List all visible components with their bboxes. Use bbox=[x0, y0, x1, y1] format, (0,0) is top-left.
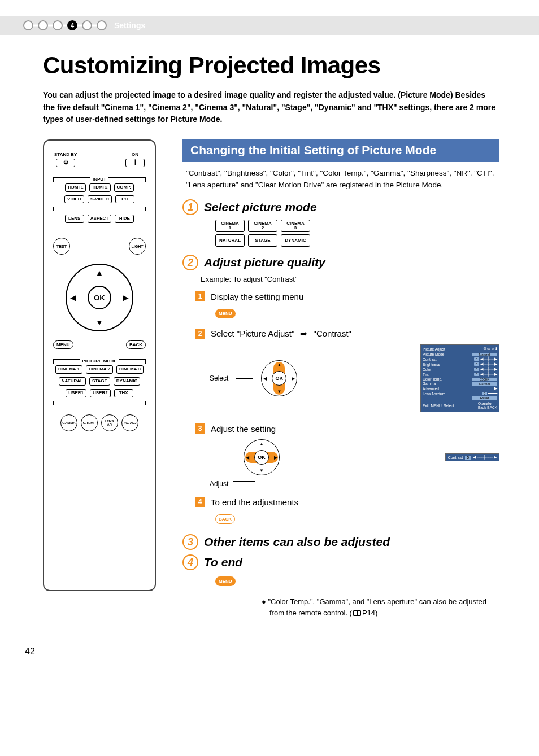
mode-btn-stage: STAGE bbox=[248, 234, 277, 247]
osd-row-brightness: Brightness0 ◀━━╋━━▶ bbox=[423, 362, 497, 366]
back-button: BACK bbox=[126, 340, 146, 349]
svg-point-7 bbox=[97, 21, 106, 30]
step-1-title: Select picture mode bbox=[204, 200, 317, 214]
step-number-4: 4 bbox=[182, 554, 198, 570]
remote-btn-user1: USER1 bbox=[66, 389, 86, 397]
remote-round-c-temp: C.TEMP bbox=[81, 414, 98, 431]
svg-point-2 bbox=[38, 21, 47, 30]
on-button: ┃ bbox=[125, 159, 145, 167]
picture-mode-label: PICTURE MODE bbox=[80, 359, 119, 364]
step-2-example: Example: To adjust "Contrast" bbox=[201, 275, 499, 283]
mode-btn-cinema-1: CINEMA1 bbox=[215, 220, 245, 232]
substep-3: 3 Adjust the setting bbox=[195, 423, 499, 434]
substep-4-text: To end the adjustments bbox=[211, 497, 298, 507]
step-4: 4 To end bbox=[182, 554, 499, 570]
remote-btn-lens: LENS bbox=[65, 215, 84, 223]
remote-btn-cinema-1: CINEMA 1 bbox=[55, 365, 82, 374]
page-title: Customizing Projected Images bbox=[43, 52, 499, 79]
breadcrumb-bar: 4 Settings bbox=[0, 16, 539, 35]
substep-2: 2 Select "Picture Adjust" ➡ "Contrast" bbox=[195, 329, 499, 339]
step-number-1: 1 bbox=[182, 199, 198, 215]
step-number-2: 2 bbox=[182, 255, 198, 270]
remote-btn-stage: STAGE bbox=[89, 377, 110, 386]
left-arrow-icon: ◀ bbox=[70, 293, 76, 302]
substep-3-text: Adjust the setting bbox=[211, 424, 276, 434]
remote-round-lens-ap-: LENS. AP. bbox=[101, 414, 118, 431]
section-heading: Changing the Initial Setting of Picture … bbox=[182, 139, 499, 162]
input-label: INPUT bbox=[90, 177, 108, 182]
mode-btn-dynamic: DYNAMIC bbox=[281, 234, 310, 247]
light-button: LIGHT bbox=[129, 238, 146, 255]
ok-button: OK bbox=[88, 286, 111, 309]
on-label: ON bbox=[125, 152, 145, 157]
section-label: Settings bbox=[114, 21, 145, 30]
remote-btn-s-video: S-VIDEO bbox=[88, 195, 112, 204]
remote-btn-video: VIDEO bbox=[64, 195, 84, 204]
mode-btn-cinema-3: CINEMA3 bbox=[281, 220, 310, 232]
standby-button: ⏻ bbox=[56, 159, 75, 167]
remote-btn-natural: NATURAL bbox=[59, 377, 86, 386]
book-icon bbox=[353, 610, 361, 616]
substep-2-text: Select "Picture Adjust" ➡ "Contrast" bbox=[211, 329, 351, 339]
remote-btn-thx: THX bbox=[114, 389, 133, 397]
step-3-title: Other items can also be adjusted bbox=[204, 535, 390, 549]
step-2-title: Adjust picture quality bbox=[204, 256, 325, 269]
menu-badge: MENU bbox=[215, 309, 236, 318]
remote-btn-hdmi-2: HDMI 2 bbox=[89, 183, 110, 192]
remote-btn-cinema-3: CINEMA 3 bbox=[116, 365, 144, 374]
chapter-chain-icon: 4 bbox=[23, 20, 107, 31]
page-number: 42 bbox=[25, 646, 539, 657]
svg-point-6 bbox=[82, 21, 92, 30]
osd-picture-adjust: Picture Adjust⚙ ▭ ⎚ ℹ Picture ModeNatura… bbox=[420, 344, 499, 412]
standby-label: STAND BY bbox=[54, 152, 77, 157]
step-3: 3 Other items can also be adjusted bbox=[182, 534, 499, 550]
step-2: 2 Adjust picture quality bbox=[182, 255, 499, 270]
osd-row-color: Color0 ◀━━╋━━▶ bbox=[423, 367, 497, 372]
mini-dpad-horiz: ▲▼◀▶ OK bbox=[244, 439, 280, 475]
mode-buttons: CINEMA1CINEMA2CINEMA3 NATURALSTAGEDYNAMI… bbox=[215, 220, 499, 247]
remote-btn-pc: PC bbox=[115, 195, 134, 204]
select-label: Select bbox=[210, 374, 228, 382]
osd-contrast-bar: Contrast 0 ◀ ━━━╋━━━ ▶ bbox=[445, 453, 499, 461]
step-1: 1 Select picture mode bbox=[182, 199, 499, 215]
intro-paragraph: You can adjust the projected image to a … bbox=[43, 89, 499, 126]
mini-dpad-vert: ▲▼◀▶ OK bbox=[261, 360, 297, 396]
remote-btn-hdmi-1: HDMI 1 bbox=[65, 183, 86, 192]
remote-btn-aspect: ASPECT bbox=[88, 215, 111, 223]
footnote: "Color Temp.", "Gamma", and "Lens apertu… bbox=[262, 596, 499, 618]
remote-btn-hide: HIDE bbox=[115, 215, 134, 223]
section-lead: "Contrast", "Brightness", "Color", "Tint… bbox=[186, 168, 496, 191]
down-arrow-icon: ▼ bbox=[95, 318, 103, 327]
substep-1-text: Display the setting menu bbox=[211, 292, 303, 301]
remote-round-pic-adj-: PIC. ADJ. bbox=[121, 414, 138, 431]
test-button: TEST bbox=[53, 238, 70, 255]
remote-btn-dynamic: DYNAMIC bbox=[114, 377, 140, 386]
dpad: ▲ ▼ ◀ ▶ OK bbox=[66, 264, 133, 331]
osd-row-tint: Tint0 ◀━━╋━━▶ bbox=[423, 372, 497, 377]
menu-badge: MENU bbox=[215, 576, 236, 586]
back-badge: BACK bbox=[215, 514, 235, 524]
mode-btn-cinema-2: CINEMA2 bbox=[248, 220, 277, 232]
svg-text:4: 4 bbox=[71, 22, 75, 29]
svg-point-3 bbox=[53, 21, 62, 30]
remote-round-gamma: GAMMA bbox=[60, 414, 77, 431]
substep-1: 1 Display the setting menu bbox=[195, 291, 499, 301]
step-4-title: To end bbox=[204, 556, 242, 569]
adjust-label: Adjust bbox=[210, 480, 228, 488]
menu-button: MENU bbox=[53, 340, 73, 349]
mode-btn-natural: NATURAL bbox=[215, 234, 245, 247]
right-arrow-icon: ➡ bbox=[300, 329, 307, 339]
right-arrow-icon: ▶ bbox=[123, 293, 129, 302]
remote-control-illustration: STAND BY ⏻ ON ┃ INPUT HDMI 1HDMI 2COMP. … bbox=[43, 139, 156, 591]
remote-btn-cinema-2: CINEMA 2 bbox=[86, 365, 113, 374]
remote-btn-user2: USER2 bbox=[90, 389, 111, 397]
osd-row-contrast: Contrast0 ◀━━╋━━▶ bbox=[423, 357, 497, 361]
step-number-3: 3 bbox=[182, 534, 198, 550]
svg-point-1 bbox=[24, 21, 33, 30]
up-arrow-icon: ▲ bbox=[95, 268, 103, 277]
substep-4: 4 To end the adjustments bbox=[195, 497, 499, 507]
remote-btn-comp-: COMP. bbox=[114, 183, 134, 192]
